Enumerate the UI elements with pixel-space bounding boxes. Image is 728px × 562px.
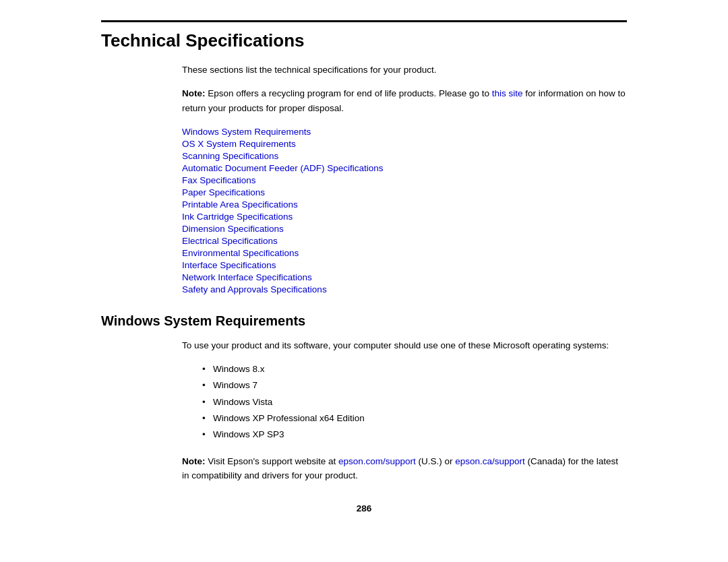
toc-link-paper[interactable]: Paper Specifications — [182, 187, 265, 197]
top-rule — [101, 20, 627, 22]
note-block-support: Note: Visit Epson's support website at e… — [182, 454, 627, 483]
list-item: Dimension Specifications — [182, 223, 627, 234]
note2-label: Note: — [182, 456, 206, 466]
epson-support-us-link[interactable]: epson.com/support — [338, 456, 416, 466]
section1-intro: To use your product and its software, yo… — [182, 338, 627, 353]
list-item: Windows Vista — [202, 394, 627, 410]
toc-link-adf[interactable]: Automatic Document Feeder (ADF) Specific… — [182, 163, 384, 173]
note-label: Note: — [182, 88, 206, 98]
epson-support-ca-link[interactable]: epson.ca/support — [455, 456, 525, 466]
toc-link-ink[interactable]: Ink Cartridge Specifications — [182, 212, 293, 222]
note2-text: Visit Epson's support website at — [206, 456, 338, 466]
note-block-recycling: Note: Epson offers a recycling program f… — [182, 86, 627, 115]
section1-title: Windows System Requirements — [101, 313, 627, 329]
toc-link-osx[interactable]: OS X System Requirements — [182, 139, 296, 149]
list-item: OS X System Requirements — [182, 138, 627, 149]
toc-link-network[interactable]: Network Interface Specifications — [182, 272, 312, 282]
toc-link-scanning[interactable]: Scanning Specifications — [182, 151, 278, 161]
list-item: Printable Area Specifications — [182, 199, 627, 210]
page-number: 286 — [101, 503, 627, 513]
list-item: Windows System Requirements — [182, 126, 627, 137]
note2-middle: (U.S.) or — [416, 456, 456, 466]
toc-link-windows[interactable]: Windows System Requirements — [182, 127, 311, 137]
list-item: Windows 8.x — [202, 361, 627, 377]
list-item: Scanning Specifications — [182, 150, 627, 161]
list-item: Fax Specifications — [182, 175, 627, 185]
list-item: Interface Specifications — [182, 259, 627, 270]
toc-link-interface[interactable]: Interface Specifications — [182, 260, 276, 270]
toc-link-electrical[interactable]: Electrical Specifications — [182, 236, 278, 246]
list-item: Paper Specifications — [182, 187, 627, 197]
page-title: Technical Specifications — [101, 30, 627, 51]
toc-link-environmental[interactable]: Environmental Specifications — [182, 248, 299, 258]
this-site-link[interactable]: this site — [492, 88, 523, 98]
note-text-before-link: Epson offers a recycling program for end… — [206, 88, 492, 98]
toc-link-safety[interactable]: Safety and Approvals Specifications — [182, 284, 327, 294]
toc-link-dimension[interactable]: Dimension Specifications — [182, 224, 284, 234]
toc-link-printable[interactable]: Printable Area Specifications — [182, 199, 298, 210]
page-container: Technical Specifications These sections … — [74, 0, 654, 540]
list-item: Electrical Specifications — [182, 235, 627, 246]
list-item: Windows 7 — [202, 377, 627, 394]
toc-link-fax[interactable]: Fax Specifications — [182, 175, 256, 185]
intro-text: These sections list the technical specif… — [182, 63, 627, 77]
list-item: Automatic Document Feeder (ADF) Specific… — [182, 162, 627, 173]
list-item: Environmental Specifications — [182, 247, 627, 258]
list-item: Ink Cartridge Specifications — [182, 211, 627, 222]
list-item: Network Interface Specifications — [182, 272, 627, 282]
list-item: Safety and Approvals Specifications — [182, 284, 627, 294]
list-item: Windows XP SP3 — [202, 427, 627, 443]
list-item: Windows XP Professional x64 Edition — [202, 410, 627, 427]
windows-requirements-list: Windows 8.x Windows 7 Windows Vista Wind… — [202, 361, 627, 443]
toc-link-list: Windows System Requirements OS X System … — [182, 126, 627, 294]
